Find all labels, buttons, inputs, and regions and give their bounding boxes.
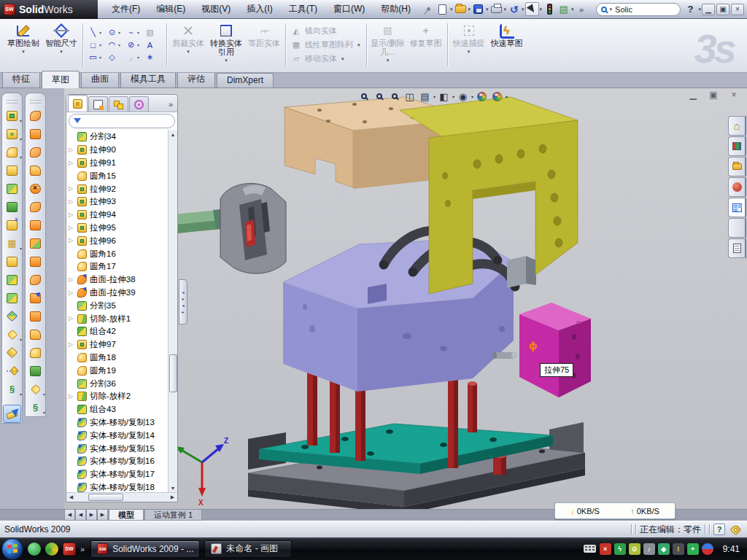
surfaces-toolbar-icon-9[interactable]	[26, 271, 44, 289]
ribbon-tab-0[interactable]: 特征	[2, 71, 40, 88]
point-button[interactable]: ∗	[144, 52, 163, 63]
options-icon[interactable]: ▤	[557, 2, 570, 16]
ribbon-tab-1[interactable]: 草图	[42, 71, 80, 88]
close-button[interactable]: ×	[731, 4, 744, 15]
taskbar-clock[interactable]: 9:41	[723, 544, 740, 554]
tree-item-18[interactable]: 圆角19	[66, 364, 177, 377]
search-dropdown-icon[interactable]: ▾	[610, 7, 613, 12]
appearances-scenes-tab[interactable]	[728, 218, 746, 238]
print-icon-dropdown[interactable]: ▾	[504, 7, 507, 12]
tree-item-8[interactable]: ▷拉伸96	[66, 234, 177, 247]
expand-arrow-icon[interactable]: ▷	[69, 211, 73, 218]
surfaces-toolbar-icon-15[interactable]: ▾	[26, 380, 44, 398]
surfaces-toolbar-icon-16[interactable]: §▾	[26, 398, 44, 416]
nav-last-button[interactable]: ▶	[97, 510, 108, 521]
scroll-right-icon[interactable]: ▶	[168, 494, 177, 500]
convert-button[interactable]: 转换实体引用▾	[207, 20, 245, 69]
tree-item-12[interactable]: ▷曲面-拉伸39	[66, 287, 177, 300]
dimxpertmanager-tab[interactable]	[129, 96, 149, 112]
features-toolbar-icon-11[interactable]	[3, 307, 21, 325]
zoom-to-area-button[interactable]	[371, 90, 387, 103]
features-toolbar-icon-1[interactable]: ▾	[3, 125, 21, 143]
panel-overflow-icon[interactable]: »	[169, 100, 176, 112]
doc-tab-1[interactable]: 运动算例 1	[144, 510, 202, 521]
tree-horizontal-scrollbar[interactable]: ◀ ▶	[66, 492, 177, 502]
taskbar-window-0[interactable]: SWSolidWorks 2009 - ...	[90, 540, 200, 558]
open-icon[interactable]	[454, 2, 468, 16]
rebuild-traffic-light-icon[interactable]	[543, 2, 557, 16]
save-icon[interactable]	[471, 2, 485, 16]
surfaces-toolbar-icon-5[interactable]	[26, 198, 44, 216]
custom-properties-tab[interactable]	[728, 238, 746, 258]
features-toolbar-icon-5[interactable]	[3, 198, 21, 216]
health-monitor-icon[interactable]: +	[687, 543, 699, 555]
expand-arrow-icon[interactable]: ▷	[69, 276, 73, 283]
tree-item-3[interactable]: 圆角15	[66, 169, 177, 182]
features-toolbar-icon-6[interactable]	[3, 216, 21, 234]
text-button[interactable]: A	[144, 39, 163, 51]
doc-tab-0[interactable]: 模型	[109, 510, 144, 521]
search-box[interactable]: ▾ Solic	[596, 3, 681, 16]
undo-icon[interactable]: ↺	[507, 2, 521, 16]
surfaces-toolbar-icon-6[interactable]	[26, 216, 44, 234]
surfaces-toolbar-icon-11[interactable]	[26, 307, 44, 325]
propertymanager-tab[interactable]	[88, 96, 108, 112]
expand-arrow-icon[interactable]: ▷	[69, 341, 73, 348]
features-toolbar-icon-7[interactable]: ▦▾	[3, 234, 21, 252]
expand-arrow-icon[interactable]: ▷	[69, 225, 73, 231]
surfaces-toolbar-icon-4[interactable]	[26, 179, 44, 198]
features-toolbar-icon-15[interactable]: §▾	[3, 380, 21, 398]
convert-dropdown-icon[interactable]: ▾	[225, 56, 228, 65]
options-icon-dropdown[interactable]: ▾	[571, 7, 574, 12]
view-orientation-icon-dropdown[interactable]: ▾	[433, 94, 436, 99]
line-button[interactable]: ╲▾	[87, 27, 106, 39]
hide-show-items-icon-dropdown[interactable]: ▾	[471, 94, 473, 99]
surfaces-toolbar-icon-14[interactable]	[26, 362, 44, 380]
restore-button[interactable]: ▣	[716, 4, 729, 15]
surfaces-toolbar-icon-10[interactable]	[26, 289, 44, 307]
tree-item-5[interactable]: ▷拉伸93	[66, 195, 177, 209]
features-toolbar-icon-3[interactable]	[3, 161, 21, 179]
surfaces-toolbar-icon-13[interactable]	[26, 343, 44, 362]
tree-item-19[interactable]: 分割36	[66, 377, 177, 390]
surfaces-toolbar-icon-1[interactable]	[26, 125, 44, 143]
tree-item-20[interactable]: ▷切除-放样2	[66, 390, 177, 403]
edit-appearance-button[interactable]	[474, 90, 489, 103]
scroll-down-icon[interactable]: ▼	[171, 483, 176, 492]
tree-item-1[interactable]: ▷拉伸90	[66, 144, 177, 157]
minimize-button[interactable]: ▁	[702, 4, 715, 15]
tree-item-17[interactable]: 圆角18	[66, 351, 177, 365]
nav-first-button[interactable]: ◀	[64, 510, 75, 521]
tree-item-24[interactable]: 实体-移动/复制15	[66, 442, 177, 455]
tree-item-22[interactable]: 实体-移动/复制13	[66, 416, 177, 429]
expand-arrow-icon[interactable]: ▷	[69, 315, 73, 322]
scroll-left-icon[interactable]: ◀	[66, 494, 76, 500]
model-part-magenta-block[interactable]: ϕ	[519, 303, 591, 397]
features-toolbar-icon-14[interactable]	[3, 362, 21, 380]
tree-filter[interactable]	[69, 114, 175, 128]
surfaces-toolbar-icon-2[interactable]	[26, 143, 44, 161]
tree-item-2[interactable]: ▷拉伸91	[66, 157, 177, 170]
quick-launch-messenger-icon[interactable]	[28, 542, 41, 556]
magnifier-button[interactable]	[387, 90, 402, 103]
tree-item-11[interactable]: ▷曲面-拉伸38	[66, 273, 177, 287]
tree-item-26[interactable]: 实体-移动/复制17	[66, 468, 177, 481]
features-toolbar-icon-4[interactable]	[3, 179, 21, 198]
rectangle-button[interactable]: □▾	[87, 39, 106, 51]
document-restore-button[interactable]: ▣	[706, 89, 721, 100]
expand-arrow-icon[interactable]: ▷	[69, 198, 73, 205]
expand-arrow-icon[interactable]: ▷	[69, 237, 73, 244]
tree-item-23[interactable]: 实体-移动/复制14	[66, 429, 177, 442]
pushpin-icon[interactable]	[422, 2, 436, 16]
tree-item-7[interactable]: ▷拉伸95	[66, 222, 177, 235]
quick-launch-solidworks-icon[interactable]: SW	[63, 542, 76, 556]
taskbar-window-1[interactable]: 未命名 - 画图	[204, 540, 292, 558]
open-icon-dropdown[interactable]: ▾	[468, 7, 471, 12]
surfaces-toolbar-icon-7[interactable]	[26, 234, 44, 252]
nav-next-button[interactable]: ▶	[86, 510, 97, 521]
start-button[interactable]	[1, 538, 23, 560]
print-icon[interactable]	[489, 2, 503, 16]
save-icon-dropdown[interactable]: ▾	[486, 7, 489, 12]
surfaces-toolbar-icon-12[interactable]	[26, 325, 44, 343]
solidworks-search-tab[interactable]	[728, 177, 746, 197]
